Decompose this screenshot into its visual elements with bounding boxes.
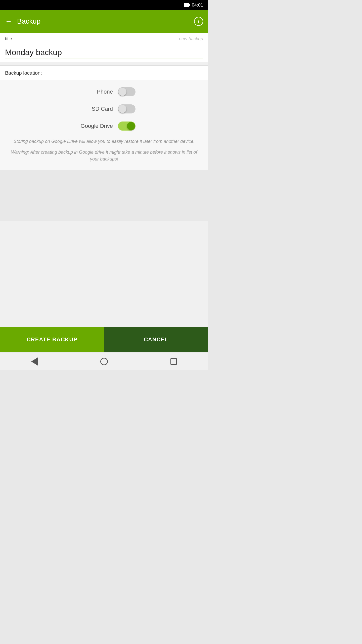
create-backup-button[interactable]: CREATE BACKUP xyxy=(0,327,104,352)
google-drive-info-text: Storing backup on Google Drive will allo… xyxy=(6,138,202,145)
nav-home-button[interactable] xyxy=(100,358,108,365)
googledrive-toggle-row: Google Drive xyxy=(0,117,208,135)
nav-bar xyxy=(0,352,208,370)
info-text-area: Storing backup on Google Drive will allo… xyxy=(0,135,208,168)
google-drive-warning-text: Warning: After creating backup in Google… xyxy=(6,149,202,163)
title-field-hint: new backup xyxy=(179,36,203,42)
location-header: Backup location: xyxy=(0,66,208,81)
title-section: title new backup xyxy=(0,33,208,62)
phone-toggle[interactable] xyxy=(118,87,135,96)
nav-recents-button[interactable] xyxy=(170,358,177,365)
sdcard-toggle-thumb xyxy=(118,105,126,113)
app-bar-title: Backup xyxy=(17,17,40,25)
sdcard-toggle[interactable] xyxy=(118,104,135,113)
sdcard-toggle-row: SD Card xyxy=(0,100,208,117)
bottom-buttons: CREATE BACKUP CANCEL xyxy=(0,327,208,352)
main-content: title new backup Backup location: Phone … xyxy=(0,33,208,327)
phone-toggle-row: Phone xyxy=(0,83,208,100)
app-bar-left: ← Backup xyxy=(5,17,40,25)
phone-toggle-label: Phone xyxy=(73,89,113,95)
title-field-label: title xyxy=(5,36,12,42)
backup-title-input[interactable] xyxy=(5,48,203,59)
toggle-area: Phone SD Card Google Drive xyxy=(0,81,208,170)
nav-back-button[interactable] xyxy=(31,357,38,366)
phone-toggle-thumb xyxy=(118,88,126,96)
cancel-button[interactable]: CANCEL xyxy=(104,327,208,352)
title-row: title new backup xyxy=(0,33,208,44)
title-input-row xyxy=(0,44,208,62)
googledrive-toggle[interactable] xyxy=(118,122,135,131)
status-time: 04:01 xyxy=(192,3,203,8)
backup-location-section: Backup location: Phone SD Card Google Dr… xyxy=(0,65,208,170)
googledrive-toggle-thumb xyxy=(127,122,135,130)
content-spacer xyxy=(0,170,208,221)
googledrive-toggle-label: Google Drive xyxy=(73,123,113,129)
back-button[interactable]: ← xyxy=(5,17,12,25)
app-bar: ← Backup i xyxy=(0,10,208,33)
info-button[interactable]: i xyxy=(194,17,203,26)
battery-icon xyxy=(184,3,189,7)
status-bar: 04:01 xyxy=(0,0,208,10)
sdcard-toggle-label: SD Card xyxy=(73,106,113,112)
